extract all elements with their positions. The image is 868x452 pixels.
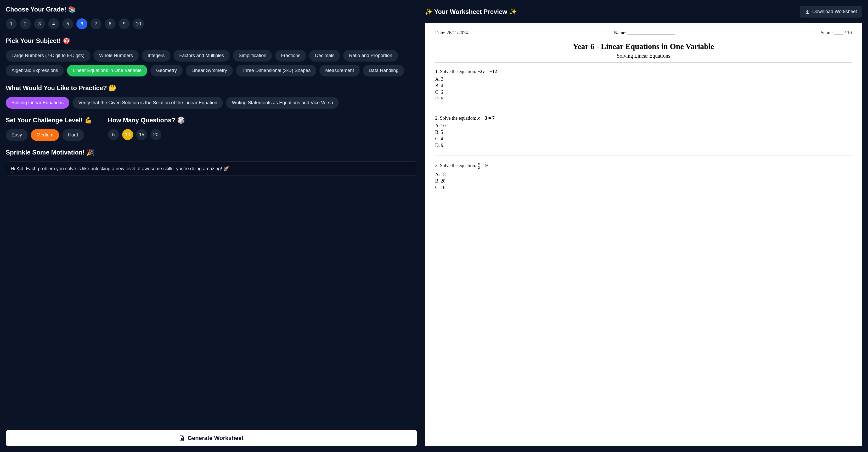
preview-title: ✨ Your Worksheet Preview ✨ [425, 8, 517, 16]
question-option: A. 18 [435, 172, 852, 177]
question: 2. Solve the equation: x − 3 = 7A. 10B. … [435, 115, 852, 148]
subjects-option[interactable]: Algebraic Expressions [6, 65, 64, 77]
grades-option[interactable]: 5 [62, 18, 73, 29]
question: 3. Solve the equation: x2 = 9A. 18B. 20C… [435, 162, 852, 190]
subjects-option[interactable]: Geometry [150, 65, 183, 77]
grades-option[interactable]: 4 [48, 18, 59, 29]
subjects-option[interactable]: Simplification [233, 50, 272, 61]
worksheet-title: Year 6 - Linear Equations in One Variabl… [435, 42, 852, 51]
motivation-title: Sprinkle Some Motivation! 🎉 [6, 149, 417, 156]
grades-option[interactable]: 7 [91, 18, 101, 29]
worksheet-name: Name: ____________________ [614, 30, 675, 36]
question-separator [435, 109, 852, 109]
grades-option[interactable]: 2 [20, 18, 31, 29]
subject-title: Pick Your Subject! 🎯 [6, 37, 417, 45]
subjects-option[interactable]: Data Handling [363, 65, 404, 77]
levels-option[interactable]: Medium [31, 129, 59, 141]
question-option: B. 4 [435, 83, 852, 88]
levels-option[interactable]: Hard [62, 129, 84, 141]
subjects-option[interactable]: Fractions [275, 50, 306, 61]
grades-option[interactable]: 10 [133, 18, 144, 29]
question: 1. Solve the equation: −2y = −12A. 3B. 4… [435, 69, 852, 102]
question-option: A. 10 [435, 123, 852, 129]
question-option: C. 4 [435, 136, 852, 142]
question-option: D. 9 [435, 143, 852, 148]
counts-option[interactable]: 20 [150, 129, 161, 140]
counts-option[interactable]: 10 [122, 129, 133, 140]
subjects-option[interactable]: Linear Equations in One Variable [67, 65, 147, 77]
grades-option[interactable]: 3 [34, 18, 45, 29]
grades-option[interactable]: 6 [76, 18, 87, 29]
counts-row: 5101520 [108, 129, 185, 140]
motivation-input[interactable] [6, 161, 417, 176]
worksheet-date: Date: 26/11/2024 [435, 30, 468, 36]
grades-option[interactable]: 8 [105, 18, 116, 29]
question-option: A. 3 [435, 77, 852, 82]
download-icon [805, 9, 810, 14]
subjects-option[interactable]: Large Numbers (7-Digit to 9-Digits) [6, 50, 90, 61]
subjects-row: Large Numbers (7-Digit to 9-Digits)Whole… [6, 50, 417, 77]
worksheet-divider [435, 63, 852, 63]
question-text: 1. Solve the equation: −2y = −12 [435, 69, 852, 74]
subjects-option[interactable]: Three Dimensional (3-D) Shapes [236, 65, 316, 77]
generate-label: Generate Worksheet [188, 435, 244, 442]
grade-title: Choose Your Grade! 📚 [6, 6, 417, 13]
question-text: 3. Solve the equation: x2 = 9 [435, 162, 852, 170]
challenge-title: Set Your Challenge Level! 💪 [6, 116, 92, 124]
counts-option[interactable]: 5 [108, 129, 119, 140]
subjects-option[interactable]: Whole Numbers [93, 50, 138, 61]
document-icon [179, 435, 184, 441]
levels-option[interactable]: Easy [6, 129, 28, 141]
subjects-option[interactable]: Measurement [319, 65, 360, 77]
download-label: Download Worksheet [812, 9, 857, 15]
subjects-option[interactable]: Integers [142, 50, 170, 61]
subjects-option[interactable]: Linear Symmetry [186, 65, 233, 77]
question-option: C. 16 [435, 185, 852, 190]
worksheet-score: Score: ____ / 10 [820, 30, 852, 36]
subjects-option[interactable]: Factors and Multiples [174, 50, 230, 61]
question-text: 2. Solve the equation: x − 3 = 7 [435, 115, 852, 121]
generate-worksheet-button[interactable]: Generate Worksheet [6, 430, 417, 446]
question-option: C. 6 [435, 90, 852, 95]
questions-container: 1. Solve the equation: −2y = −12A. 3B. 4… [435, 69, 852, 190]
subjects-option[interactable]: Ratio and Proportion [343, 50, 398, 61]
practice-title: What Would You Like to Practice? 🤔 [6, 84, 417, 92]
subjects-option[interactable]: Decimals [309, 50, 340, 61]
grades-option[interactable]: 9 [119, 18, 130, 29]
levels-row: EasyMediumHard [6, 129, 92, 141]
practices-option[interactable]: Writing Statements as Equations and Vice… [226, 97, 339, 109]
question-option: B. 20 [435, 178, 852, 184]
worksheet-subtitle: Solving Linear Equations [435, 53, 852, 59]
practices-option[interactable]: Solving Linear Equations [6, 97, 69, 109]
practices-row: Solving Linear EquationsVerify that the … [6, 97, 417, 109]
count-title: How Many Questions? 🎲 [108, 116, 185, 124]
question-option: B. 5 [435, 130, 852, 135]
question-option: D. 5 [435, 96, 852, 102]
question-separator [435, 156, 852, 156]
worksheet-preview: Date: 26/11/2024 Name: _________________… [425, 23, 862, 446]
counts-option[interactable]: 15 [136, 129, 147, 140]
grades-row: 12345678910 [6, 18, 417, 29]
grades-option[interactable]: 1 [6, 18, 17, 29]
practices-option[interactable]: Verify that the Given Solution is the So… [72, 97, 223, 109]
download-worksheet-button[interactable]: Download Worksheet [800, 6, 862, 18]
